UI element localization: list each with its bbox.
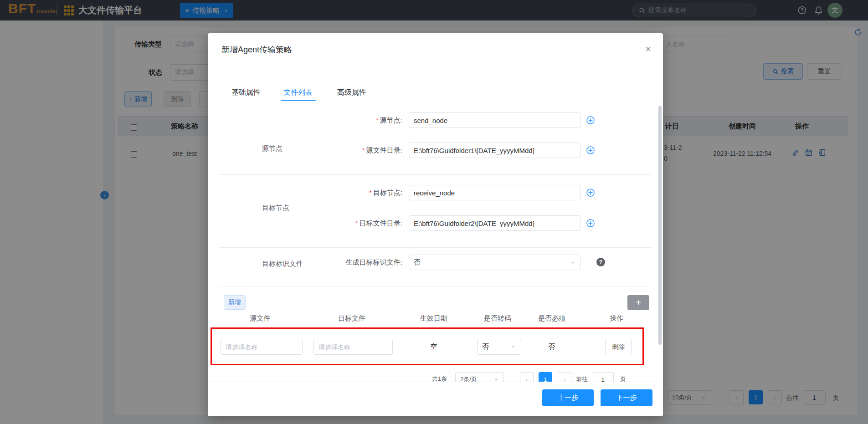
plus-circle-icon[interactable] [586,146,595,155]
total-count-label: 共1条 [432,375,447,382]
section-divider [219,286,652,286]
modal-page-unit-label: 页 [620,375,626,382]
target-group-label: 目标节点 [262,204,289,212]
modal-scrollbar-thumb[interactable] [658,106,662,345]
tab-advanced-properties[interactable]: 高级属性 [337,88,366,101]
col-required: 是否必须 [529,314,575,323]
col-source-file: 源文件 [233,314,288,323]
annotation-highlight-box [211,327,644,365]
app-root: BFTtransfer 大文件传输平台 传输策略 × 搜索菜单名称 文 大屏展示… [0,0,868,424]
modal-footer-divider [208,382,663,382]
target-dir-input[interactable] [409,215,580,231]
modal-title: 新增Agent传输策略 [221,44,292,55]
modal-page-size-select[interactable]: 2条/页 [455,372,504,382]
modal-prev-page-button[interactable]: ‹ [520,372,534,382]
target-dir-label: *目标文件目录: [322,215,402,231]
flag-group-label: 目标标识文件 [262,260,303,268]
col-target-file: 目标文件 [324,314,379,323]
source-dir-input[interactable] [409,143,580,158]
section-divider [219,247,652,248]
chevron-down-icon [570,260,575,266]
plus-circle-icon[interactable] [586,188,595,197]
modal-goto-label: 前往 [576,375,588,382]
expand-plus-button[interactable]: + [627,295,649,310]
source-group-label: 源节点 [262,144,282,153]
source-node-label: *源节点: [322,112,402,128]
chevron-down-icon [493,377,499,382]
next-step-button[interactable]: 下一步 [601,389,652,406]
plus-circle-icon[interactable] [586,116,595,125]
tab-file-list[interactable]: 文件列表 [283,88,313,101]
flag-select-label: 生成目标标识文件: [322,255,402,270]
close-icon[interactable]: × [645,43,651,55]
modal-header-divider [208,64,663,64]
col-transcode: 是否转码 [475,314,520,323]
col-effective-date: 生效日期 [406,314,461,323]
plus-circle-icon[interactable] [586,219,595,228]
add-file-row-button[interactable]: 新增 [224,295,246,310]
target-node-input[interactable] [409,185,580,200]
col-operation: 操作 [598,314,635,323]
target-node-label: *目标节点: [322,185,402,200]
modal-page-number-current[interactable]: 1 [539,372,552,382]
source-node-input[interactable] [409,112,580,128]
section-divider [219,174,652,175]
modal-goto-page-input[interactable] [592,372,614,382]
source-dir-label: *源文件目录: [322,143,402,158]
generate-flag-select[interactable]: 否 [409,255,580,270]
tab-basic-properties[interactable]: 基础属性 [231,88,261,101]
prev-step-button[interactable]: 上一步 [542,389,594,406]
question-circle-icon[interactable]: ? [596,258,605,266]
modal-next-page-button[interactable]: › [558,372,571,382]
